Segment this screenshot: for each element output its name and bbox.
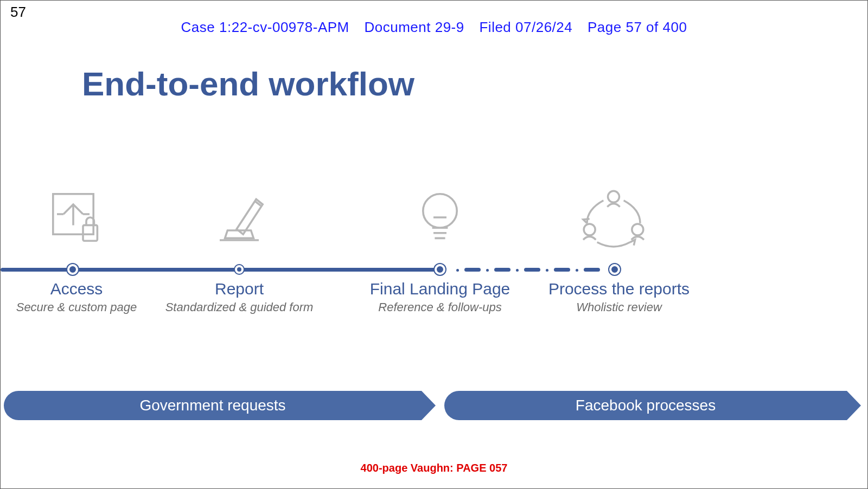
timeline-node-access	[67, 264, 78, 275]
step-title: Final Landing Page	[348, 280, 532, 298]
svg-point-5	[632, 224, 643, 235]
filed-label: Filed 07/26/24	[479, 19, 572, 35]
page-label: Page 57 of 400	[588, 19, 687, 35]
step-title: Access	[6, 280, 147, 298]
lightbulb-icon	[386, 185, 494, 252]
svg-point-4	[584, 224, 595, 235]
access-icon	[22, 185, 131, 252]
svg-point-3	[608, 191, 620, 202]
step-subtitle: Reference & follow-ups	[348, 300, 532, 314]
arrow-label: Facebook processes	[576, 397, 716, 414]
report-icon	[185, 185, 293, 252]
step-access: Access Secure & custom page	[6, 280, 147, 314]
timeline-node-report	[235, 265, 244, 274]
step-subtitle: Wholistic review	[532, 300, 706, 314]
svg-point-2	[423, 194, 457, 228]
slide-title: End-to-end workflow	[82, 65, 414, 103]
category-arrows: Government requests Facebook processes	[1, 391, 867, 420]
arrow-label: Government requests	[139, 397, 285, 414]
page-number: 57	[10, 4, 26, 21]
timeline-node-process	[609, 264, 620, 275]
arrow-facebook-processes: Facebook processes	[444, 391, 847, 420]
step-title: Report	[152, 280, 326, 298]
document-page: 57 Case 1:22-cv-00978-APM Document 29-9 …	[0, 0, 868, 489]
document-label: Document 29-9	[364, 19, 464, 35]
step-landing: Final Landing Page Reference & follow-up…	[348, 280, 532, 314]
arrow-government-requests: Government requests	[4, 391, 422, 420]
step-subtitle: Secure & custom page	[6, 300, 147, 314]
timeline-node-landing	[435, 264, 445, 275]
footer-stamp: 400-page Vaughn: PAGE 057	[1, 462, 867, 474]
workflow-timeline: Access Secure & custom page Report Stand…	[1, 185, 867, 326]
case-label: Case 1:22-cv-00978-APM	[181, 19, 349, 35]
step-process: Process the reports Wholistic review	[532, 280, 706, 314]
timeline-line	[1, 266, 867, 273]
step-subtitle: Standardized & guided form	[152, 300, 326, 314]
people-cycle-icon	[559, 185, 668, 258]
court-filing-header: Case 1:22-cv-00978-APM Document 29-9 Fil…	[1, 19, 867, 36]
step-title: Process the reports	[532, 280, 706, 298]
step-report: Report Standardized & guided form	[152, 280, 326, 314]
icon-row	[1, 185, 867, 255]
svg-rect-1	[83, 225, 97, 241]
